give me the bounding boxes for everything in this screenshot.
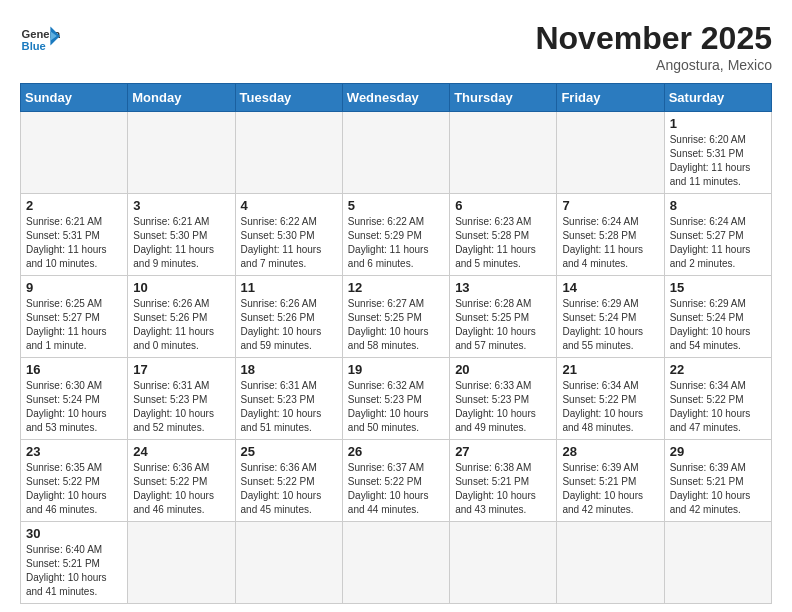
calendar-cell xyxy=(450,112,557,194)
cell-info: Sunrise: 6:39 AMSunset: 5:21 PMDaylight:… xyxy=(562,461,658,517)
calendar-cell xyxy=(557,112,664,194)
day-number: 24 xyxy=(133,444,229,459)
calendar-cell: 16Sunrise: 6:30 AMSunset: 5:24 PMDayligh… xyxy=(21,358,128,440)
cell-info: Sunrise: 6:35 AMSunset: 5:22 PMDaylight:… xyxy=(26,461,122,517)
cell-info: Sunrise: 6:40 AMSunset: 5:21 PMDaylight:… xyxy=(26,543,122,599)
day-number: 7 xyxy=(562,198,658,213)
cell-info: Sunrise: 6:29 AMSunset: 5:24 PMDaylight:… xyxy=(670,297,766,353)
day-number: 3 xyxy=(133,198,229,213)
day-number: 2 xyxy=(26,198,122,213)
location: Angostura, Mexico xyxy=(535,57,772,73)
logo: General Blue xyxy=(20,20,60,60)
calendar-cell: 30Sunrise: 6:40 AMSunset: 5:21 PMDayligh… xyxy=(21,522,128,604)
calendar-cell: 12Sunrise: 6:27 AMSunset: 5:25 PMDayligh… xyxy=(342,276,449,358)
calendar-cell: 22Sunrise: 6:34 AMSunset: 5:22 PMDayligh… xyxy=(664,358,771,440)
calendar-cell: 17Sunrise: 6:31 AMSunset: 5:23 PMDayligh… xyxy=(128,358,235,440)
calendar-cell: 11Sunrise: 6:26 AMSunset: 5:26 PMDayligh… xyxy=(235,276,342,358)
calendar-cell xyxy=(235,522,342,604)
cell-info: Sunrise: 6:24 AMSunset: 5:28 PMDaylight:… xyxy=(562,215,658,271)
day-number: 29 xyxy=(670,444,766,459)
calendar-cell xyxy=(21,112,128,194)
cell-info: Sunrise: 6:22 AMSunset: 5:30 PMDaylight:… xyxy=(241,215,337,271)
day-header-wednesday: Wednesday xyxy=(342,84,449,112)
day-number: 15 xyxy=(670,280,766,295)
calendar-week-row: 16Sunrise: 6:30 AMSunset: 5:24 PMDayligh… xyxy=(21,358,772,440)
cell-info: Sunrise: 6:20 AMSunset: 5:31 PMDaylight:… xyxy=(670,133,766,189)
day-number: 16 xyxy=(26,362,122,377)
day-number: 10 xyxy=(133,280,229,295)
calendar-table: SundayMondayTuesdayWednesdayThursdayFrid… xyxy=(20,83,772,604)
calendar-cell: 18Sunrise: 6:31 AMSunset: 5:23 PMDayligh… xyxy=(235,358,342,440)
cell-info: Sunrise: 6:36 AMSunset: 5:22 PMDaylight:… xyxy=(241,461,337,517)
cell-info: Sunrise: 6:26 AMSunset: 5:26 PMDaylight:… xyxy=(241,297,337,353)
day-number: 11 xyxy=(241,280,337,295)
calendar-cell: 27Sunrise: 6:38 AMSunset: 5:21 PMDayligh… xyxy=(450,440,557,522)
calendar-cell: 15Sunrise: 6:29 AMSunset: 5:24 PMDayligh… xyxy=(664,276,771,358)
calendar-cell: 20Sunrise: 6:33 AMSunset: 5:23 PMDayligh… xyxy=(450,358,557,440)
calendar-cell: 21Sunrise: 6:34 AMSunset: 5:22 PMDayligh… xyxy=(557,358,664,440)
calendar-cell xyxy=(664,522,771,604)
day-header-tuesday: Tuesday xyxy=(235,84,342,112)
calendar-cell: 6Sunrise: 6:23 AMSunset: 5:28 PMDaylight… xyxy=(450,194,557,276)
calendar-week-row: 2Sunrise: 6:21 AMSunset: 5:31 PMDaylight… xyxy=(21,194,772,276)
day-number: 19 xyxy=(348,362,444,377)
cell-info: Sunrise: 6:37 AMSunset: 5:22 PMDaylight:… xyxy=(348,461,444,517)
calendar-cell: 3Sunrise: 6:21 AMSunset: 5:30 PMDaylight… xyxy=(128,194,235,276)
calendar-cell xyxy=(128,522,235,604)
cell-info: Sunrise: 6:32 AMSunset: 5:23 PMDaylight:… xyxy=(348,379,444,435)
day-number: 5 xyxy=(348,198,444,213)
day-number: 25 xyxy=(241,444,337,459)
cell-info: Sunrise: 6:31 AMSunset: 5:23 PMDaylight:… xyxy=(241,379,337,435)
cell-info: Sunrise: 6:39 AMSunset: 5:21 PMDaylight:… xyxy=(670,461,766,517)
calendar-cell xyxy=(235,112,342,194)
day-number: 9 xyxy=(26,280,122,295)
day-header-thursday: Thursday xyxy=(450,84,557,112)
cell-info: Sunrise: 6:30 AMSunset: 5:24 PMDaylight:… xyxy=(26,379,122,435)
svg-text:Blue: Blue xyxy=(22,40,46,52)
day-header-saturday: Saturday xyxy=(664,84,771,112)
calendar-cell: 5Sunrise: 6:22 AMSunset: 5:29 PMDaylight… xyxy=(342,194,449,276)
calendar-week-row: 9Sunrise: 6:25 AMSunset: 5:27 PMDaylight… xyxy=(21,276,772,358)
calendar-cell: 14Sunrise: 6:29 AMSunset: 5:24 PMDayligh… xyxy=(557,276,664,358)
calendar-cell: 25Sunrise: 6:36 AMSunset: 5:22 PMDayligh… xyxy=(235,440,342,522)
calendar-cell: 9Sunrise: 6:25 AMSunset: 5:27 PMDaylight… xyxy=(21,276,128,358)
cell-info: Sunrise: 6:33 AMSunset: 5:23 PMDaylight:… xyxy=(455,379,551,435)
calendar-header-row: SundayMondayTuesdayWednesdayThursdayFrid… xyxy=(21,84,772,112)
cell-info: Sunrise: 6:31 AMSunset: 5:23 PMDaylight:… xyxy=(133,379,229,435)
calendar-cell: 4Sunrise: 6:22 AMSunset: 5:30 PMDaylight… xyxy=(235,194,342,276)
calendar-cell: 24Sunrise: 6:36 AMSunset: 5:22 PMDayligh… xyxy=(128,440,235,522)
day-number: 21 xyxy=(562,362,658,377)
title-block: November 2025 Angostura, Mexico xyxy=(535,20,772,73)
calendar-week-row: 1Sunrise: 6:20 AMSunset: 5:31 PMDaylight… xyxy=(21,112,772,194)
calendar-week-row: 23Sunrise: 6:35 AMSunset: 5:22 PMDayligh… xyxy=(21,440,772,522)
day-number: 14 xyxy=(562,280,658,295)
calendar-cell: 8Sunrise: 6:24 AMSunset: 5:27 PMDaylight… xyxy=(664,194,771,276)
cell-info: Sunrise: 6:22 AMSunset: 5:29 PMDaylight:… xyxy=(348,215,444,271)
logo-icon: General Blue xyxy=(20,20,60,60)
month-title: November 2025 xyxy=(535,20,772,57)
day-number: 17 xyxy=(133,362,229,377)
cell-info: Sunrise: 6:34 AMSunset: 5:22 PMDaylight:… xyxy=(562,379,658,435)
calendar-cell: 29Sunrise: 6:39 AMSunset: 5:21 PMDayligh… xyxy=(664,440,771,522)
day-number: 18 xyxy=(241,362,337,377)
cell-info: Sunrise: 6:28 AMSunset: 5:25 PMDaylight:… xyxy=(455,297,551,353)
calendar-cell xyxy=(557,522,664,604)
cell-info: Sunrise: 6:29 AMSunset: 5:24 PMDaylight:… xyxy=(562,297,658,353)
calendar-cell xyxy=(450,522,557,604)
calendar-week-row: 30Sunrise: 6:40 AMSunset: 5:21 PMDayligh… xyxy=(21,522,772,604)
calendar-cell: 23Sunrise: 6:35 AMSunset: 5:22 PMDayligh… xyxy=(21,440,128,522)
calendar-cell: 2Sunrise: 6:21 AMSunset: 5:31 PMDaylight… xyxy=(21,194,128,276)
day-number: 26 xyxy=(348,444,444,459)
cell-info: Sunrise: 6:23 AMSunset: 5:28 PMDaylight:… xyxy=(455,215,551,271)
day-number: 8 xyxy=(670,198,766,213)
cell-info: Sunrise: 6:21 AMSunset: 5:30 PMDaylight:… xyxy=(133,215,229,271)
day-number: 20 xyxy=(455,362,551,377)
day-number: 27 xyxy=(455,444,551,459)
day-number: 23 xyxy=(26,444,122,459)
cell-info: Sunrise: 6:24 AMSunset: 5:27 PMDaylight:… xyxy=(670,215,766,271)
day-number: 4 xyxy=(241,198,337,213)
day-header-monday: Monday xyxy=(128,84,235,112)
calendar-cell: 26Sunrise: 6:37 AMSunset: 5:22 PMDayligh… xyxy=(342,440,449,522)
cell-info: Sunrise: 6:34 AMSunset: 5:22 PMDaylight:… xyxy=(670,379,766,435)
day-header-sunday: Sunday xyxy=(21,84,128,112)
